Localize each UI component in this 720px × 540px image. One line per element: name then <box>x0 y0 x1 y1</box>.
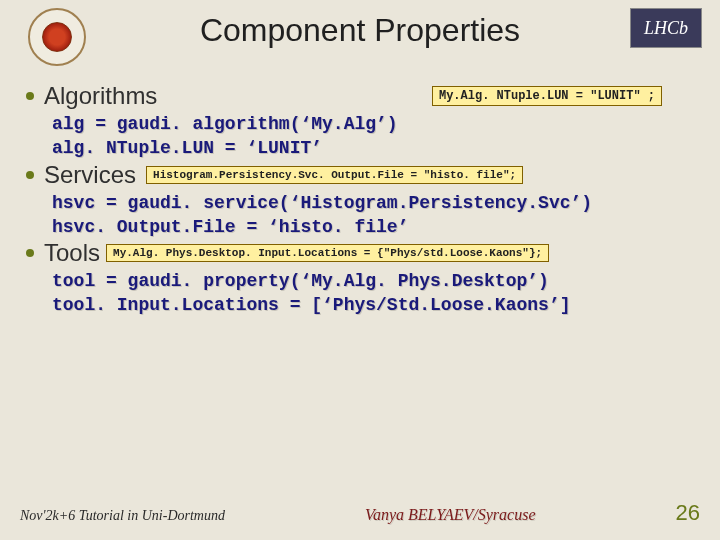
section-algorithms: Algorithms My.Alg. NTuple.LUN = "LUNIT" … <box>26 82 702 110</box>
heading-tools: Tools <box>44 239 100 267</box>
footer: Nov'2k+6 Tutorial in Uni-Dortmund Vanya … <box>20 500 700 526</box>
footer-left: Nov'2k+6 Tutorial in Uni-Dortmund <box>20 508 225 524</box>
bullet-icon <box>26 171 34 179</box>
lhcb-logo-text: LHCb <box>644 18 688 39</box>
heading-services: Services <box>44 161 136 189</box>
code-line: alg. NTuple.LUN = ‘LUNIT’ <box>52 136 702 160</box>
code-line: hsvc. Output.File = ‘histo. file’ <box>52 215 702 239</box>
syracuse-seal-icon <box>28 8 88 68</box>
page-number: 26 <box>676 500 700 526</box>
content: Algorithms My.Alg. NTuple.LUN = "LUNIT" … <box>18 82 702 318</box>
header: Component Properties LHCb <box>18 8 702 68</box>
code-line: alg = gaudi. algorithm(‘My.Alg’) <box>52 112 702 136</box>
bullet-icon <box>26 249 34 257</box>
slide: Component Properties LHCb Algorithms My.… <box>0 0 720 540</box>
code-line: tool = gaudi. property(‘My.Alg. Phys.Des… <box>52 269 702 293</box>
bullet-icon <box>26 92 34 100</box>
callout-services: Histogram.Persistency.Svc. Output.File =… <box>146 166 523 184</box>
section-services: Services Histogram.Persistency.Svc. Outp… <box>26 161 702 189</box>
code-line: hsvc = gaudi. service(‘Histogram.Persist… <box>52 191 702 215</box>
callout-algorithms: My.Alg. NTuple.LUN = "LUNIT" ; <box>432 86 662 106</box>
slide-title: Component Properties <box>200 12 520 49</box>
callout-tools: My.Alg. Phys.Desktop. Input.Locations = … <box>106 244 549 262</box>
footer-author: Vanya BELYAEV/Syracuse <box>365 506 536 524</box>
lhcb-logo-icon: LHCb <box>630 8 702 48</box>
code-line: tool. Input.Locations = [‘Phys/Std.Loose… <box>52 293 702 317</box>
heading-algorithms: Algorithms <box>44 82 157 110</box>
section-tools: Tools My.Alg. Phys.Desktop. Input.Locati… <box>26 239 702 267</box>
